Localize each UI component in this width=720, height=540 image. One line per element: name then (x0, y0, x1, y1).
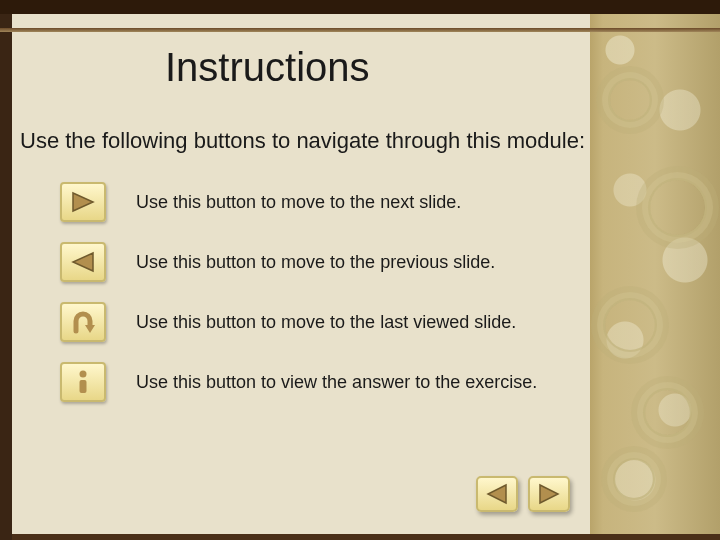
play-left-icon (485, 483, 509, 505)
last-viewed-icon (60, 302, 106, 342)
nav-controls (476, 476, 570, 512)
next-button[interactable] (528, 476, 570, 512)
svg-rect-4 (80, 380, 87, 393)
content-area: Instructions Use the following buttons t… (0, 0, 590, 540)
instruction-list: Use this button to move to the next slid… (60, 182, 590, 402)
svg-marker-1 (73, 253, 93, 271)
prev-button[interactable] (476, 476, 518, 512)
slide: Instructions Use the following buttons t… (0, 0, 720, 540)
info-icon (60, 362, 106, 402)
svg-marker-5 (488, 485, 506, 503)
svg-point-3 (80, 371, 87, 378)
next-slide-icon (60, 182, 106, 222)
list-item: Use this button to move to the next slid… (60, 182, 590, 222)
intro-text: Use the following buttons to navigate th… (20, 118, 590, 164)
svg-marker-0 (73, 193, 93, 211)
svg-marker-6 (540, 485, 558, 503)
svg-marker-2 (85, 325, 95, 333)
page-title: Instructions (165, 45, 590, 90)
list-item: Use this button to move to the previous … (60, 242, 590, 282)
list-item: Use this button to view the answer to th… (60, 362, 590, 402)
list-item-text: Use this button to move to the next slid… (136, 192, 461, 213)
list-item-text: Use this button to move to the last view… (136, 312, 516, 333)
list-item-text: Use this button to view the answer to th… (136, 372, 537, 393)
list-item: Use this button to move to the last view… (60, 302, 590, 342)
list-item-text: Use this button to move to the previous … (136, 252, 495, 273)
previous-slide-icon (60, 242, 106, 282)
decorative-strip (590, 0, 720, 540)
play-right-icon (537, 483, 561, 505)
